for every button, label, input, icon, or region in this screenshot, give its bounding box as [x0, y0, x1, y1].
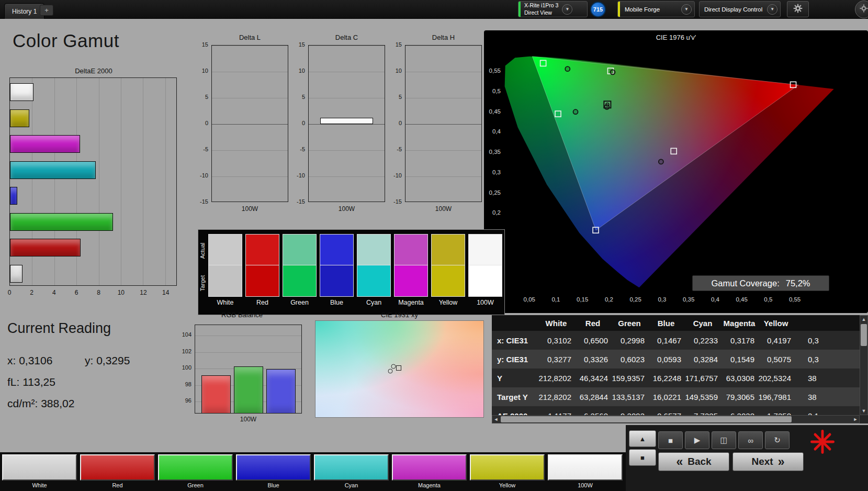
gamut-coverage-readout: Gamut Coverage: 75,2% — [692, 275, 829, 291]
test-patch-green[interactable]: Green — [158, 454, 233, 490]
actual-swatch — [208, 234, 242, 265]
gamut-coverage-label: Gamut Coverage: — [711, 278, 779, 288]
column-header-green: Green — [611, 315, 648, 331]
test-patch-white[interactable]: White — [2, 454, 77, 490]
measured-marker-magenta — [659, 159, 663, 164]
meter-dropdown-button[interactable]: ▼ — [562, 4, 572, 15]
rgb-axis-label: 98 — [185, 381, 191, 387]
delta-plot-area — [211, 45, 288, 202]
settings-button[interactable] — [787, 1, 809, 17]
source-dropdown-button[interactable]: ▼ — [681, 4, 692, 15]
cie-1976-plot — [503, 43, 864, 294]
table-grid: WhiteRedGreenBlueCyanMagentaYellowx: CIE… — [492, 315, 860, 415]
delta-gridline — [212, 46, 288, 46]
cie-y-tick-label: 0,35 — [489, 149, 501, 155]
autocal-button[interactable] — [807, 427, 838, 459]
patch-label: Cyan — [314, 482, 389, 488]
transport-loop-button[interactable]: ∞ — [738, 431, 763, 449]
delta-chart-title: Delta C — [308, 34, 385, 41]
cie-x-tick-label: 0,2 — [605, 296, 613, 303]
delta-axis-label: 5 — [302, 94, 305, 100]
test-patch-magenta[interactable]: Magenta — [392, 454, 467, 490]
rgb-axis-label: 102 — [182, 348, 191, 354]
badge-715[interactable]: 715 — [590, 2, 606, 17]
red-asterisk-icon — [809, 428, 836, 457]
target-row-label: Target — [199, 272, 206, 295]
table-cell: 171,6757 — [684, 369, 721, 387]
column-header-blue: Blue — [648, 315, 684, 331]
tab-history-1[interactable]: History 1 — [4, 3, 44, 19]
reading-cd: cd/m²: 388,02 — [7, 397, 85, 410]
deltae-axis-label: 12 — [140, 289, 146, 296]
source-name: Mobile Forge — [620, 6, 681, 13]
table-cell: 63,0308 — [721, 369, 758, 387]
swatch-label: Magenta — [394, 299, 428, 306]
expand-up-button[interactable]: ▲ — [629, 430, 656, 447]
add-tab-button[interactable]: + — [40, 5, 53, 16]
column-header-magenta: Magenta — [721, 315, 758, 331]
patch-label: Red — [80, 482, 155, 488]
scroll-up-button[interactable]: ▲ — [860, 316, 867, 323]
patch-color — [548, 454, 623, 481]
display-control-selector[interactable]: Direct Display Control ▼ — [699, 1, 781, 17]
transport-stop-button[interactable]: ■ — [658, 431, 683, 449]
horizontal-scrollbar[interactable]: ◄ ► — [492, 415, 860, 423]
deltae-bar-white — [10, 265, 22, 283]
meter-selector[interactable]: X-Rite i1Pro 3 Direct View ▼ — [518, 1, 588, 17]
table-cell: 9,3093 — [611, 406, 648, 415]
horizontal-scroll-thumb[interactable] — [501, 416, 792, 422]
delta-axis-label: 15 — [396, 41, 402, 48]
actual-swatch — [431, 234, 465, 265]
scroll-down-button[interactable]: ▼ — [860, 407, 867, 415]
delta-gridline — [405, 98, 481, 98]
rgb-gridline — [195, 336, 301, 336]
test-patch-yellow[interactable]: Yellow — [470, 454, 545, 490]
scroll-left-button[interactable]: ◄ — [492, 416, 500, 423]
vertical-scrollbar[interactable]: ▲ ▼ — [860, 315, 868, 415]
swatch-label: White — [208, 299, 242, 306]
table-cell: 133,5137 — [611, 387, 648, 406]
plus-icon: + — [44, 6, 49, 14]
deltae-gridline — [143, 78, 143, 285]
badge-value: 715 — [593, 6, 603, 13]
test-patch-blue[interactable]: Blue — [236, 454, 311, 490]
reading-y: y: 0,3295 — [85, 354, 130, 367]
deltae-bar-yellow — [10, 109, 29, 127]
source-selector[interactable]: Mobile Forge ▼ — [617, 1, 695, 17]
actual-swatch — [357, 234, 391, 265]
target-swatch — [394, 265, 428, 297]
deltae-bar-red — [10, 239, 81, 256]
vertical-scroll-thumb[interactable] — [861, 324, 867, 346]
transport-pattern-size-button[interactable]: ◫ — [712, 431, 736, 449]
cie-y-tick-label: 0,55 — [489, 68, 501, 74]
pattern-window-button[interactable]: ■ — [629, 449, 656, 466]
test-patch-cyan[interactable]: Cyan — [314, 454, 389, 490]
delta-axis-label: -5 — [397, 146, 402, 152]
deltae-bar-100w — [10, 83, 33, 101]
delta-gridline — [212, 124, 288, 125]
row-label: ΔE 2000 — [492, 406, 538, 415]
delta-category-label: 100W — [308, 205, 385, 213]
transport-refresh-button[interactable]: ↻ — [765, 431, 790, 449]
delta-axis-label: -15 — [393, 198, 402, 205]
swatch-label: Green — [283, 299, 317, 306]
table-corner-cell — [492, 315, 538, 331]
chevron-down-icon: ▼ — [770, 7, 774, 12]
cie-x-tick-label: 0,4 — [711, 296, 719, 303]
back-button[interactable]: « Back — [658, 452, 729, 471]
scroll-right-button[interactable]: ► — [852, 416, 859, 423]
profile-button[interactable] — [855, 1, 868, 18]
delta-y-axis: 151050-5-10-15 — [198, 45, 209, 202]
cie-x-tick-label: 0,5 — [764, 296, 772, 303]
test-patch-100w[interactable]: 100W — [548, 454, 623, 490]
actual-swatch — [245, 234, 279, 265]
patch-label: Magenta — [392, 482, 467, 488]
display-dropdown-button[interactable]: ▼ — [767, 4, 777, 15]
transport-play-button[interactable]: ▶ — [685, 431, 709, 449]
delta-gridline — [212, 98, 288, 98]
table-cell: 212,8202 — [538, 369, 574, 387]
column-header-partial — [794, 315, 860, 331]
table-cell: 6,3560 — [574, 406, 611, 415]
test-patch-red[interactable]: Red — [80, 454, 155, 490]
next-button[interactable]: Next » — [732, 452, 804, 471]
